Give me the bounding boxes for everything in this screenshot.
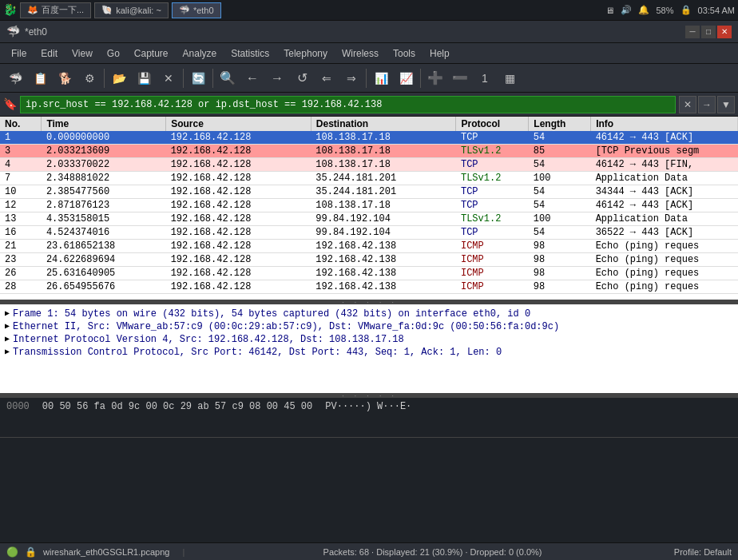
col-no[interactable]: No. [0, 117, 42, 131]
notification-icon: 🔔 [638, 5, 649, 15]
tb-open[interactable]: 📂 [107, 67, 131, 89]
status-ready-icon: 🟢 [6, 546, 18, 558]
status-bar: 🟢 🔒 wireshark_eth0GSGLR1.pcapng | Packet… [0, 542, 738, 560]
frame-expand-icon: ▶ [5, 308, 10, 318]
taskbar-item-terminal[interactable]: 🦊 百度一下... [20, 2, 91, 18]
col-info[interactable]: Info [591, 117, 738, 131]
close-button[interactable]: ✕ [717, 26, 732, 38]
menu-file[interactable]: File [5, 46, 33, 62]
col-destination[interactable]: Destination [311, 117, 456, 131]
table-row[interactable]: 3 2.033213609 192.168.42.128 108.138.17.… [0, 145, 738, 158]
taskbar-item-wireshark[interactable]: 🦈 *eth0 [172, 2, 221, 18]
status-file-name: wireshark_eth0GSGLR1.pcapng [43, 547, 169, 557]
menu-bar: File Edit View Go Capture Analyze Statis… [0, 43, 738, 64]
detail-row-frame[interactable]: ▶ Frame 1: 54 bytes on wire (432 bits), … [3, 308, 735, 320]
table-row[interactable]: 23 24.622689694 192.168.42.128 192.168.4… [0, 253, 738, 267]
ethernet-detail-text: Ethernet II, Src: VMware_ab:57:c9 (00:0c… [13, 321, 559, 332]
table-row[interactable]: 10 2.385477560 192.168.42.128 35.244.181… [0, 185, 738, 199]
menu-wireless[interactable]: Wireless [335, 46, 385, 62]
col-source[interactable]: Source [166, 117, 311, 131]
menu-telephony[interactable]: Telephony [277, 46, 334, 62]
menu-go[interactable]: Go [101, 46, 126, 62]
table-row[interactable]: 4 2.033370022 192.168.42.128 108.138.17.… [0, 158, 738, 172]
maximize-button[interactable]: □ [701, 26, 716, 38]
taskbar-wireshark-label: *eth0 [193, 6, 214, 15]
detail-pane: ▶ Frame 1: 54 bytes on wire (432 bits), … [0, 304, 738, 394]
tb-zoom-out[interactable]: ➖ [448, 67, 472, 89]
wireshark-window-icon: 🦈 [6, 25, 20, 38]
table-row[interactable]: 26 25.631640905 192.168.42.128 192.168.4… [0, 267, 738, 280]
table-row[interactable]: 16 4.524374016 192.168.42.128 99.84.192.… [0, 226, 738, 240]
table-row[interactable]: 7 2.348881022 192.168.42.128 35.244.181.… [0, 172, 738, 185]
minimize-button[interactable]: ─ [685, 26, 700, 38]
detail-row-ip[interactable]: ▶ Internet Protocol Version 4, Src: 192.… [3, 333, 735, 346]
resize-dots-2: · · · · · [341, 392, 397, 399]
tb-first[interactable]: ⇐ [315, 67, 339, 89]
hex-bytes: 00 50 56 fa 0d 9c 00 0c 29 ab 57 c9 08 0… [42, 401, 312, 412]
tcp-detail-text: Transmission Control Protocol, Src Port:… [13, 347, 502, 358]
table-row[interactable]: 13 4.353158015 192.168.42.128 99.84.192.… [0, 212, 738, 226]
tb-capture-filter[interactable]: ⚙ [77, 67, 101, 89]
tb-find[interactable]: 🔍 [216, 67, 240, 89]
col-time[interactable]: Time [42, 117, 166, 131]
tb-forward[interactable]: → [265, 67, 289, 89]
ip-expand-icon: ▶ [5, 334, 10, 344]
filter-bar: 🔖 ✕ → ▼ [0, 93, 738, 117]
hex-offset: 0000 [6, 401, 30, 412]
filter-actions: ✕ → ▼ [679, 96, 735, 113]
frame-detail-text: Frame 1: 54 bytes on wire (432 bits), 54… [13, 308, 530, 320]
taskbar-terminal-label: kali@kali: ~ [116, 6, 161, 15]
packet-list: No. Time Source Destination Protocol Len… [0, 117, 738, 300]
menu-help[interactable]: Help [423, 46, 456, 62]
menu-tools[interactable]: Tools [387, 46, 422, 62]
status-separator: | [182, 547, 184, 557]
lock-icon: 🔒 [680, 5, 692, 15]
status-lock-icon: 🔒 [25, 546, 37, 558]
ip-detail-text: Internet Protocol Version 4, Src: 192.16… [13, 334, 404, 345]
tb-goto[interactable]: ↺ [290, 67, 314, 89]
tb-autoscroll[interactable]: 📈 [394, 67, 418, 89]
tb-capture-options[interactable]: 🐕 [53, 67, 77, 89]
toolbar-separator-3 [212, 69, 213, 88]
filter-dropdown-button[interactable]: ▼ [717, 96, 735, 113]
detail-row-ethernet[interactable]: ▶ Ethernet II, Src: VMware_ab:57:c9 (00:… [3, 320, 735, 333]
menu-statistics[interactable]: Statistics [224, 46, 276, 62]
taskbar-item-kali[interactable]: 🐚 kali@kali: ~ [94, 2, 169, 18]
toolbar-separator-4 [366, 69, 367, 88]
tb-zoom-normal[interactable]: 1 [473, 67, 497, 89]
col-protocol[interactable]: Protocol [456, 117, 529, 131]
table-row[interactable]: 12 2.871876123 192.168.42.128 108.138.17… [0, 199, 738, 212]
tb-start-capture[interactable]: 🦈 [3, 67, 27, 89]
tb-close[interactable]: ✕ [157, 67, 181, 89]
menu-view[interactable]: View [65, 46, 99, 62]
tb-last[interactable]: ⇒ [339, 67, 363, 89]
menu-capture[interactable]: Capture [128, 46, 175, 62]
table-row[interactable]: 1 0.000000000 192.168.42.128 108.138.17.… [0, 131, 738, 145]
terminal-icon: 🐚 [101, 5, 113, 15]
filter-clear-button[interactable]: ✕ [679, 96, 696, 113]
table-row[interactable]: 21 23.618652138 192.168.42.128 192.168.4… [0, 240, 738, 253]
filter-input[interactable] [20, 96, 676, 113]
tb-interfaces[interactable]: 📋 [28, 67, 52, 89]
menu-edit[interactable]: Edit [34, 46, 64, 62]
title-left: 🦈 *eth0 [6, 25, 47, 38]
tb-back[interactable]: ← [240, 67, 264, 89]
taskbar-right: 🖥 🔊 🔔 58% 🔒 03:54 AM [605, 5, 735, 15]
detail-row-tcp[interactable]: ▶ Transmission Control Protocol, Src Por… [3, 346, 735, 359]
tb-reload[interactable]: 🔄 [186, 67, 210, 89]
filter-apply-button[interactable]: → [698, 96, 716, 113]
toolbar: 🦈 📋 🐕 ⚙ 📂 💾 ✕ 🔄 🔍 ← → ↺ ⇐ ⇒ 📊 📈 ➕ ➖ 1 ▦ [0, 64, 738, 93]
filter-bookmark-icon[interactable]: 🔖 [3, 97, 17, 111]
status-profile: Profile: Default [674, 547, 732, 557]
menu-analyze[interactable]: Analyze [177, 46, 224, 62]
tb-colorize[interactable]: 📊 [369, 67, 393, 89]
hex-row-0: 0000 00 50 56 fa 0d 9c 00 0c 29 ab 57 c9… [6, 401, 732, 412]
tb-save[interactable]: 💾 [132, 67, 156, 89]
col-length[interactable]: Length [529, 117, 591, 131]
tb-layout[interactable]: ▦ [498, 67, 522, 89]
table-row[interactable]: 28 26.654955676 192.168.42.128 192.168.4… [0, 280, 738, 294]
toolbar-separator-2 [183, 69, 184, 88]
hex-ascii: PV·····) W···E· [325, 401, 411, 412]
tb-zoom-in[interactable]: ➕ [423, 67, 447, 89]
spacer-area [0, 438, 738, 542]
